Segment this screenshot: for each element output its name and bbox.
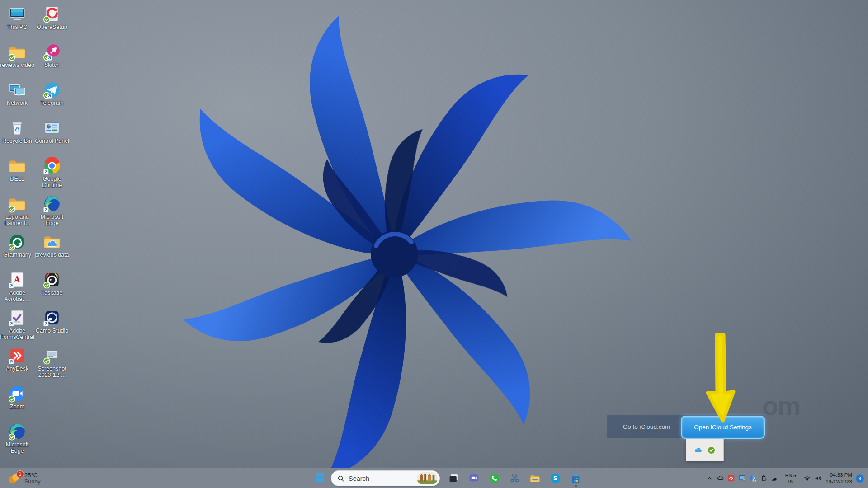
svg-text:A: A	[14, 275, 21, 284]
formscentral-icon	[8, 308, 27, 327]
windows-logo-icon	[314, 472, 326, 485]
notification-count-badge[interactable]: 3	[856, 474, 864, 483]
volume-icon[interactable]	[812, 468, 823, 488]
taskbar-app-icons: S	[443, 468, 586, 488]
whatsapp-button[interactable]	[484, 468, 505, 488]
desktop-icon-adobe-formscentral[interactable]: Adobe FormsCentral	[0, 308, 34, 345]
search-input[interactable]: Search	[331, 470, 440, 486]
usb-tray-icon[interactable]	[758, 468, 769, 488]
desktop-icon-telegram[interactable]: Telegram	[35, 80, 69, 117]
folder-small-icon	[529, 473, 541, 484]
snipping-tool-button[interactable]	[505, 468, 525, 488]
folder-icon	[8, 156, 27, 175]
this-pc-icon	[8, 5, 27, 23]
start-button[interactable]	[310, 468, 329, 488]
security-warning-tray-icon[interactable]	[747, 468, 758, 488]
weather-alert-badge: 1	[16, 470, 24, 478]
folder-icon	[8, 42, 27, 61]
weather-condition: Sunny	[24, 479, 40, 485]
wifi-icon[interactable]	[802, 468, 812, 488]
icloud-notification-toast: Go to iCloud.com Open iCloud Settings	[607, 415, 764, 438]
whatsapp-icon	[489, 473, 500, 484]
audio-device-tray-icon[interactable]	[769, 468, 780, 488]
taskview-icon	[448, 473, 459, 484]
language-primary: ENG	[782, 472, 800, 479]
anydesk-tray-icon[interactable]	[726, 468, 736, 488]
clock-date: 19-12-2023	[826, 479, 852, 485]
zoom-app-icon	[8, 384, 27, 403]
desktop-icon-camo-studio[interactable]: Camo Studio	[35, 308, 69, 345]
system-tray: ENG IN 04:33 PM 19-12-2023 3	[704, 468, 865, 488]
camo-icon	[42, 308, 61, 327]
watermark: om	[762, 390, 830, 421]
task-view-button[interactable]	[443, 468, 464, 488]
desktop-icon-google-chrome[interactable]: Google Chrome	[35, 156, 69, 193]
mic-dark-icon	[770, 474, 779, 483]
edge-icon	[42, 194, 61, 213]
go-to-icloud-button[interactable]: Go to iCloud.com	[607, 415, 686, 438]
taskbar: 1 25°C Sunny Search	[0, 468, 868, 488]
display-util-icon	[738, 474, 746, 483]
network-icon	[8, 80, 27, 99]
language-indicator[interactable]: ENG IN	[782, 472, 800, 485]
store-icon	[570, 473, 581, 484]
search-icon	[337, 475, 344, 482]
hidden-icons-chevron[interactable]	[704, 468, 715, 488]
desktop-icon-microsoft-edge[interactable]: Microsoft Edge	[35, 194, 69, 231]
desktop-icon-network[interactable]: Network	[0, 80, 34, 117]
chevron-up-icon	[705, 474, 714, 483]
desktop-icon-zoom[interactable]: Zoom	[0, 384, 34, 421]
teams-icon	[468, 473, 480, 484]
desktop-icon-this-pc[interactable]: This PC	[0, 5, 34, 42]
opera-setup-icon	[42, 5, 61, 23]
desktop-icon-taskade[interactable]: Taskade	[35, 270, 69, 307]
usb-icon	[760, 474, 768, 483]
skitch-icon	[42, 42, 61, 61]
weather-widget[interactable]: 1 25°C Sunny	[7, 468, 40, 488]
desktop-icon-microsoft-edge[interactable]: Microsoft Edge	[0, 422, 34, 459]
desktop-icon-screenshot-2023-12[interactable]: Screenshot 2023-12-...	[35, 346, 69, 383]
desktop-icon-dell[interactable]: DELL	[0, 156, 34, 193]
open-icloud-settings-button[interactable]: Open iCloud Settings	[681, 416, 765, 439]
control-panel-icon	[42, 118, 61, 137]
taskbar-center: Search	[310, 468, 586, 488]
clock-time: 04:33 PM	[826, 472, 852, 479]
edge-icon	[8, 422, 27, 441]
grammarly-icon	[8, 232, 27, 251]
onedrive-tray-icon[interactable]	[715, 468, 726, 488]
chrome-icon	[42, 156, 61, 175]
search-daily-image[interactable]	[417, 472, 438, 484]
weather-temp: 25°C	[24, 472, 40, 479]
teams-chat-button[interactable]	[464, 468, 484, 488]
microsoft-store-button[interactable]	[566, 468, 586, 488]
svg-text:♻: ♻	[14, 126, 20, 133]
telegram-icon	[42, 80, 61, 99]
desktop-screen: om This PC reviews video Network ♻ Recyc…	[0, 0, 868, 488]
desktop-icon-recycle-bin[interactable]: ♻ Recycle Bin	[0, 118, 34, 155]
recycle-bin-icon: ♻	[8, 118, 27, 137]
anydesk-icon	[8, 346, 27, 365]
status-icons	[802, 468, 823, 488]
tray-icons	[704, 468, 780, 488]
icloud-tray-flyout[interactable]	[686, 439, 724, 461]
folder-cloud-icon	[42, 232, 61, 251]
desktop-icon-operasetup[interactable]: OperaSetup	[35, 5, 69, 42]
desktop-icon-control-panel[interactable]: Control Panel	[35, 118, 69, 155]
desktop-icon-grammarly[interactable]: Grammarly	[0, 232, 34, 269]
skype-icon: S	[550, 473, 561, 484]
clock[interactable]: 04:33 PM 19-12-2023	[826, 472, 852, 485]
wifi-icon	[803, 474, 811, 483]
desktop-icon-skitch[interactable]: Skitch	[35, 42, 69, 80]
desktop-icon-previous-data[interactable]: previous data	[35, 232, 69, 269]
display-utility-tray-icon[interactable]	[736, 468, 747, 488]
skype-button[interactable]: S	[545, 468, 566, 488]
icloud-cloud-icon	[694, 446, 703, 455]
desktop-icon-logo-and-banner-f[interactable]: Logo and Banner f...	[0, 194, 34, 231]
search-placeholder: Search	[349, 475, 417, 482]
file-explorer-button[interactable]	[525, 468, 545, 488]
folder-icon	[8, 194, 27, 213]
desktop-icon-anydesk[interactable]: AnyDesk	[0, 346, 34, 383]
desktop-icon-adobe-acrobat[interactable]: A Adobe Acrobat ...	[0, 270, 34, 307]
desktop-icon-reviews-video[interactable]: reviews video	[0, 42, 34, 80]
anydesk-tray-icon	[727, 474, 736, 483]
